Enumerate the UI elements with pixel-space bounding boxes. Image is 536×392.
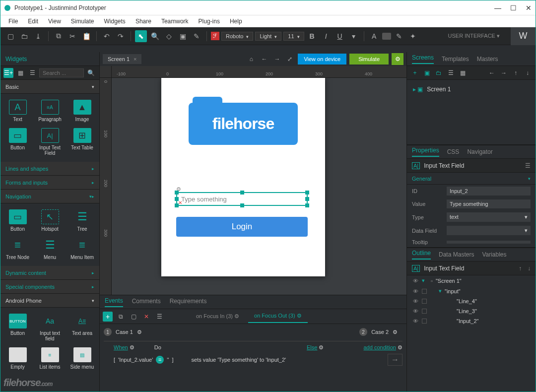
view-on-device-button[interactable]: View on device [298,54,346,65]
tab-outline[interactable]: Outline [412,250,431,260]
outline-row[interactable]: 👁▾▫"Screen 1" [407,275,536,286]
widget-android-sidemenu[interactable]: ▤Side menu [67,345,97,372]
tab-variables[interactable]: Variables [482,251,506,258]
visibility-icon[interactable]: 👁 [412,278,419,284]
select-tool-icon[interactable]: ⬉ [135,30,147,42]
next-case-icon[interactable]: → [388,354,402,366]
widget-text-table[interactable]: ⊞Text Table [67,126,97,158]
widget-button[interactable]: ▭Button [2,126,33,158]
category-android[interactable]: Android Phone▾ [0,294,99,308]
canvas[interactable]: filehorse ⚙ ✕ Type something [112,78,406,295]
nav-up-icon[interactable]: ↑ [511,68,521,78]
new-icon[interactable]: ▢ [4,30,16,42]
copy-icon[interactable]: ⧉ [53,30,65,42]
workspace-letter[interactable]: W [511,27,536,45]
italic-icon[interactable]: I [320,30,332,42]
forward-icon[interactable]: → [272,54,282,64]
case-gear-icon[interactable]: ⚙ [137,329,142,335]
nav-left-icon[interactable]: ← [487,68,497,78]
when-link[interactable]: When [114,344,128,350]
event-list-icon[interactable]: ☰ [154,312,164,322]
zoom-icon[interactable]: 🔍 [149,30,161,42]
properties-menu-icon[interactable]: ☰ [525,162,531,169]
group-general[interactable]: General▾ [407,173,536,185]
fill-color-icon[interactable] [382,33,391,40]
widget-paragraph[interactable]: ≡AParagraph [35,98,65,124]
nav-down-icon[interactable]: ↓ [523,68,533,78]
underline-icon[interactable]: U [334,30,346,42]
outline-row[interactable]: 👁"Line_3" [407,306,536,316]
tab-css[interactable]: CSS [447,148,460,155]
canvas-tab[interactable]: Screen 1× [103,54,141,64]
category-special[interactable]: Special components [0,280,99,294]
add-folder-icon[interactable]: 🗀 [434,68,444,78]
widget-image[interactable]: ▲Image [67,98,97,124]
screen-item[interactable]: ▸ ▣Screen 1 [413,84,530,95]
tab-comments[interactable]: Comments [132,298,161,307]
maximize-button[interactable]: ☐ [510,4,517,12]
outline-row[interactable]: 👁▾"input" [407,286,536,296]
tab-requirements[interactable]: Requirements [170,298,207,307]
category-dynamic[interactable]: Dynamic content [0,266,99,280]
widget-android-textarea[interactable]: A≡Text area [67,312,97,343]
else-link[interactable]: Else [307,344,317,350]
case-gear-icon[interactable]: ⚙ [393,329,398,335]
font-weight-select[interactable]: Light [255,32,281,41]
filehorse-logo[interactable]: filehorse [189,95,298,145]
menu-share[interactable]: Share [132,17,155,26]
thumb-mode-icon[interactable]: ▦ [458,68,468,78]
add-screen-icon[interactable]: + [410,68,420,78]
event-focus-in-tab[interactable]: on Focus In (3) ⚙ [190,310,245,323]
widget-text[interactable]: AText [2,98,33,124]
prop-datafield-select[interactable]: ▾ [447,226,531,235]
paste-icon[interactable]: 📋 [80,30,92,42]
tab-templates[interactable]: Templates [442,56,469,63]
menu-teamwork[interactable]: Teamwork [157,17,193,26]
copy-event-icon[interactable]: ⧉ [116,312,126,322]
category-lines[interactable]: Lines and shapes [0,162,99,176]
add-event-icon[interactable]: + [103,312,113,322]
font-family-select[interactable]: Roboto [221,32,253,41]
outline-row[interactable]: 👁"Line_4" [407,296,536,306]
prop-type-select[interactable]: text▾ [447,212,531,222]
category-navigation[interactable]: Navigation▾ [0,190,99,203]
undo-icon[interactable]: ↶ [101,30,113,42]
outline-down-icon[interactable]: ↓ [528,265,531,272]
add-condition-link[interactable]: add condition [363,344,396,350]
prop-id-input[interactable]: Input_2 [447,187,531,196]
minimize-button[interactable]: — [494,4,501,12]
grid-view-icon[interactable]: ▦ [15,68,25,78]
widget-android-input[interactable]: AaInput text field [35,312,65,343]
open-icon[interactable]: 🗀 [18,30,30,42]
menu-file[interactable]: File [4,17,22,26]
category-forms[interactable]: Forms and inputs [0,176,99,190]
widget-android-list[interactable]: ≡List items [35,345,65,372]
widget-tree-node[interactable]: ≡Tree Node [2,236,33,262]
add-widget-library-icon[interactable]: ☰+ [3,68,13,78]
eyedropper-icon[interactable]: ✎ [191,30,202,42]
menu-plugins[interactable]: Plug-ins [195,17,224,26]
widget-nav-button[interactable]: ▭Button [2,207,33,234]
nav-right-icon[interactable]: → [499,68,509,78]
category-basic[interactable]: Basic▾ [0,80,99,94]
prop-tooltip-input[interactable] [447,241,531,244]
login-button[interactable]: Login [176,217,308,237]
save-icon[interactable]: ⤓ [32,30,44,42]
cut-icon[interactable]: ✂ [67,30,78,42]
menu-help[interactable]: Help [226,17,246,26]
font-size-select[interactable]: 11 [283,32,304,41]
bold-icon[interactable]: B [306,30,318,42]
redo-icon[interactable]: ↷ [115,30,127,42]
home-icon[interactable]: ⌂ [246,54,256,64]
simulate-button[interactable]: Simulate [349,54,389,65]
widget-menu-item[interactable]: ≡Menu Item [67,236,97,262]
workspace-label[interactable]: USER INTERFACE ▾ [443,33,505,39]
menu-edit[interactable]: Edit [24,17,42,26]
text-color-icon[interactable]: A [368,30,380,42]
visibility-icon[interactable]: 👁 [412,318,419,324]
close-tab-icon[interactable]: × [134,56,136,62]
paste-event-icon[interactable]: ▢ [129,312,138,322]
widget-android-button[interactable]: BUTTONButton [2,312,33,343]
expand-icon[interactable]: ⤢ [285,54,295,64]
delete-event-icon[interactable]: ✕ [141,312,151,322]
